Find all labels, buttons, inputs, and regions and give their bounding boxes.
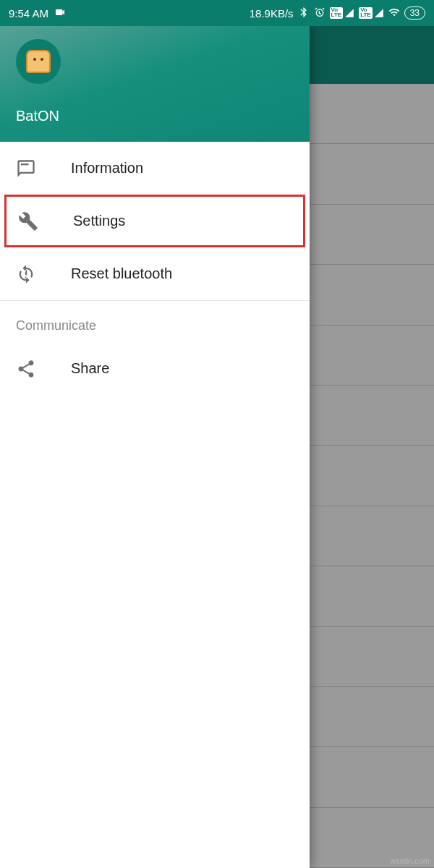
menu-label: Reset bluetooth: [71, 265, 172, 282]
menu-item-share[interactable]: Share: [0, 342, 310, 395]
chat-icon: [16, 158, 36, 179]
navigation-drawer: BatON Information Settings Reset bluetoo…: [0, 26, 310, 868]
status-left: 9:54 AM: [9, 7, 66, 20]
menu-label: Information: [71, 160, 143, 176]
video-cam-icon: [54, 7, 66, 20]
bluetooth-icon: [298, 7, 310, 20]
volte-badge-1: VoLTE: [330, 7, 344, 19]
refresh-alert-icon: [16, 264, 36, 284]
status-right: 18.9KB/s VoLTE VoLTE 33: [250, 7, 425, 20]
app-icon: [16, 39, 61, 84]
toast-icon: [26, 50, 51, 73]
battery-indicator: 33: [404, 7, 425, 20]
menu-label: Settings: [73, 213, 125, 229]
section-header-communicate: Communicate: [0, 301, 310, 342]
menu-item-reset-bluetooth[interactable]: Reset bluetooth: [0, 247, 310, 300]
menu-item-information[interactable]: Information: [0, 142, 310, 195]
network-speed: 18.9KB/s: [250, 7, 294, 20]
drawer-header: BatON: [0, 26, 310, 142]
drawer-body: Information Settings Reset bluetooth Com…: [0, 142, 310, 868]
watermark: wsxdn.com: [390, 856, 430, 865]
signal-icon-2: [374, 8, 384, 18]
signal-group-2: VoLTE: [359, 7, 384, 19]
status-time: 9:54 AM: [9, 7, 48, 20]
wrench-icon: [18, 211, 38, 231]
signal-icon-1: [344, 8, 354, 18]
app-title: BatON: [16, 108, 294, 124]
signal-group-1: VoLTE: [330, 7, 355, 19]
wifi-icon: [388, 7, 400, 20]
alarm-icon: [314, 7, 326, 20]
menu-label: Share: [71, 360, 109, 377]
menu-item-settings[interactable]: Settings: [4, 195, 305, 247]
svg-rect-1: [21, 163, 29, 165]
share-icon: [16, 359, 36, 379]
volte-badge-2: VoLTE: [359, 7, 373, 19]
status-bar: 9:54 AM 18.9KB/s VoLTE VoLTE 33: [0, 0, 434, 26]
